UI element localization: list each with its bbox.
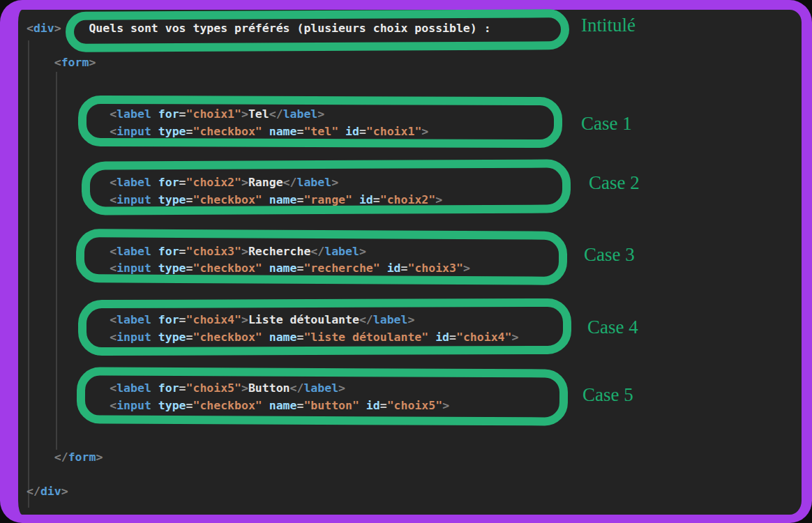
code-token-tag: div [40,485,61,498]
annotation-label-case-5: Case 5 [582,384,633,406]
code-token-punc: > [96,450,103,464]
code-token-punc: < [27,22,33,35]
marker-oval-case-2 [82,159,571,215]
marker-oval-intitule [66,9,569,52]
marker-oval-case-3 [76,229,567,285]
code-token-tag: form [61,56,89,69]
code-line[interactable] [27,432,518,449]
code-token-tag: form [68,450,96,464]
code-line[interactable] [27,466,518,483]
code-line[interactable]: </div> [27,483,518,501]
marker-oval-case-5 [77,367,568,425]
marker-oval-case-1 [78,96,562,148]
code-token-punc: > [61,485,68,498]
code-token-tag: div [33,22,54,35]
code-line[interactable]: <form> [27,54,518,72]
annotated-code-screenshot: { "colors": { "pagebg": "#0d0d0d", "purp… [0,0,812,523]
code-token-punc: > [54,22,61,35]
code-token-punc: </ [54,450,68,464]
annotation-label-intitule: Intitulé [581,15,636,36]
annotation-label-case-2: Case 2 [589,172,640,194]
annotation-label-case-3: Case 3 [584,244,635,266]
code-token-punc: < [54,56,61,69]
code-line[interactable]: </form> [27,449,518,467]
code-token-punc: > [89,56,96,69]
code-token-punc: </ [27,485,40,498]
code-indent [27,56,54,69]
annotation-label-case-1: Case 1 [581,113,632,135]
code-indent [27,450,54,464]
code-line[interactable] [27,72,518,89]
annotation-label-case-4: Case 4 [587,317,638,338]
marker-oval-case-4 [78,298,571,356]
